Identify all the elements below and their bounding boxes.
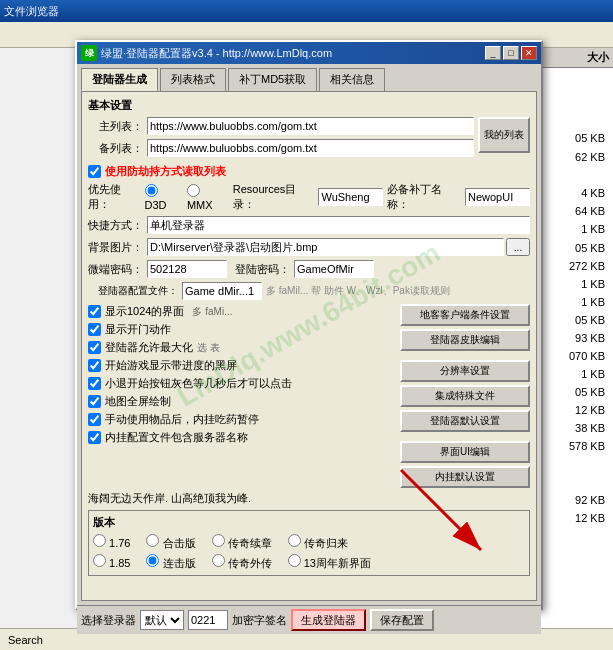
explorer-header: 文件浏览器 bbox=[0, 0, 613, 22]
maximize-button[interactable]: □ bbox=[503, 46, 519, 60]
file-size: 1 KB bbox=[550, 296, 605, 308]
main-list-row: 主列表： bbox=[88, 117, 474, 135]
generate-btn[interactable]: 生成登陆器 bbox=[291, 609, 366, 631]
search-label: Search bbox=[8, 634, 43, 646]
ver-legend-radio[interactable] bbox=[212, 534, 225, 547]
tab-login-gen[interactable]: 登陆器生成 bbox=[81, 68, 158, 91]
right-buttons-col: 地客客户端条件设置 登陆器皮肤编辑 分辨率设置 集成特殊文件 登陆器默认设置 界… bbox=[400, 304, 530, 488]
mmx-radio[interactable] bbox=[187, 184, 200, 197]
bg-image-row: 背景图片： ... bbox=[88, 238, 530, 256]
micro-pwd-input[interactable] bbox=[147, 260, 227, 278]
cb-server[interactable] bbox=[88, 431, 101, 444]
config-file-input[interactable] bbox=[182, 282, 262, 300]
select-login-label: 选择登录器 bbox=[81, 613, 136, 628]
special-files-btn[interactable]: 集成特殊文件 bbox=[400, 385, 530, 407]
file-size: 05 KB bbox=[550, 386, 605, 398]
version-title: 版本 bbox=[93, 515, 525, 530]
explorer-title: 文件浏览器 bbox=[4, 4, 59, 19]
dialog-title: 绿盟·登陆器配置器v3.4 - http://www.LmDlq.com bbox=[101, 46, 332, 61]
prefer-label: 优先使用： bbox=[88, 182, 141, 212]
dialog-tabs: 登陆器生成 列表格式 补丁MD5获取 相关信息 bbox=[77, 64, 541, 91]
file-size: 05 KB bbox=[550, 314, 605, 326]
resources-input[interactable] bbox=[318, 188, 383, 206]
cb-drug[interactable] bbox=[88, 413, 101, 426]
cb-1024-hint: 多 faMi... bbox=[192, 305, 232, 319]
save-config-btn[interactable]: 保存配置 bbox=[370, 609, 434, 631]
micro-pwd-label: 微端密码： bbox=[88, 262, 143, 277]
anti-hijack-checkbox[interactable] bbox=[88, 165, 101, 178]
cb-row-drug: 手动使用物品后，内挂吃药暂停 bbox=[88, 412, 394, 427]
dialog-title-left: 绿 绿盟·登陆器配置器v3.4 - http://www.LmDlq.com bbox=[81, 45, 332, 61]
cb-row-fullscreen: 地图全屏绘制 bbox=[88, 394, 394, 409]
login-pwd-input[interactable] bbox=[294, 260, 374, 278]
config-file-row: 登陆器配置文件： 多 faMil... 帮 助件 W、Wzl、Pak读取规则 bbox=[88, 282, 530, 300]
cb-server-label: 内挂配置文件包含服务器名称 bbox=[105, 430, 248, 445]
file-size: 62 KB bbox=[550, 151, 605, 163]
bottom-bar: 选择登录器 默认 加密字签名 生成登陆器 保存配置 bbox=[77, 605, 541, 634]
cb-1024[interactable] bbox=[88, 305, 101, 318]
bg-image-input[interactable] bbox=[147, 238, 504, 256]
cb-gray[interactable] bbox=[88, 377, 101, 390]
tab-patch-md5[interactable]: 补丁MD5获取 bbox=[228, 68, 317, 91]
version-input[interactable] bbox=[188, 610, 228, 630]
file-size: 1 KB bbox=[550, 368, 605, 380]
titlebar-buttons: _ □ ✕ bbox=[485, 46, 537, 60]
anti-hijack-row: 使用防劫持方式读取列表 bbox=[88, 164, 530, 179]
cb-door[interactable] bbox=[88, 323, 101, 336]
ver-return-radio[interactable] bbox=[288, 534, 301, 547]
cb-drug-label: 手动使用物品后，内挂吃药暂停 bbox=[105, 412, 259, 427]
cb-gray-label: 小退开始按钮灰色等几秒后才可以点击 bbox=[105, 376, 292, 391]
dialog-app-icon: 绿 bbox=[81, 45, 97, 61]
quick-input[interactable] bbox=[147, 216, 530, 234]
bg-image-label: 背景图片： bbox=[88, 240, 143, 255]
skin-edit-btn[interactable]: 登陆器皮肤编辑 bbox=[400, 329, 530, 351]
ver-176-radio[interactable] bbox=[93, 534, 106, 547]
file-size: 578 KB bbox=[550, 440, 605, 452]
patch-name-input[interactable] bbox=[465, 188, 530, 206]
backup-list-row: 备列表： bbox=[88, 139, 474, 157]
ver-185-radio[interactable] bbox=[93, 554, 106, 567]
dialog-titlebar: 绿 绿盟·登陆器配置器v3.4 - http://www.LmDlq.com _… bbox=[77, 42, 541, 64]
cb-row-1024: 显示1024的界面 多 faMi... bbox=[88, 304, 394, 319]
patch-name-label: 必备补丁名称： bbox=[387, 182, 461, 212]
cb-door-label: 显示开门动作 bbox=[105, 322, 171, 337]
resolution-btn[interactable]: 分辨率设置 bbox=[400, 360, 530, 382]
login-select[interactable]: 默认 bbox=[140, 610, 184, 630]
ver-outside-radio[interactable] bbox=[212, 554, 225, 567]
d3d-radio[interactable] bbox=[145, 184, 158, 197]
default-hook-btn[interactable]: 内挂默认设置 bbox=[400, 466, 530, 488]
ver-13year-radio[interactable] bbox=[288, 554, 301, 567]
file-size: 1 KB bbox=[550, 278, 605, 290]
cb-fullscreen[interactable] bbox=[88, 395, 101, 408]
cb-fullscreen-label: 地图全屏绘制 bbox=[105, 394, 171, 409]
quick-row: 快捷方式： bbox=[88, 216, 530, 234]
cb-maxsize-label: 登陆器允许最大化 bbox=[105, 340, 193, 355]
file-size: 38 KB bbox=[550, 422, 605, 434]
file-size: 05 KB bbox=[550, 242, 605, 254]
my-list-button[interactable]: 我的列表 bbox=[478, 117, 530, 153]
tab-list-format[interactable]: 列表格式 bbox=[160, 68, 226, 91]
default-config-btn[interactable]: 登陆器默认设置 bbox=[400, 410, 530, 432]
file-size: 272 KB bbox=[550, 260, 605, 272]
ver-combo-radio[interactable] bbox=[146, 554, 159, 567]
backup-list-label: 备列表： bbox=[88, 141, 143, 156]
client-condition-btn[interactable]: 地客客户端条件设置 bbox=[400, 304, 530, 326]
ver-combined-radio[interactable] bbox=[146, 534, 159, 547]
cb-row-black: 开始游戏显示带进度的黑屏 bbox=[88, 358, 394, 373]
minimize-button[interactable]: _ bbox=[485, 46, 501, 60]
bg-browse-button[interactable]: ... bbox=[506, 238, 530, 256]
ui-edit-btn[interactable]: 界面UI编辑 bbox=[400, 441, 530, 463]
close-button[interactable]: ✕ bbox=[521, 46, 537, 60]
tab-related-info[interactable]: 相关信息 bbox=[319, 68, 385, 91]
options-section: 显示1024的界面 多 faMi... 显示开门动作 登陆器允许最大化 选 表 … bbox=[88, 304, 530, 488]
cb-black[interactable] bbox=[88, 359, 101, 372]
cb-maxsize[interactable] bbox=[88, 341, 101, 354]
col-size: 大小 bbox=[550, 50, 609, 65]
version-rows: 1.76 合击版 传奇续章 传奇归来 1.85 连击版 传奇外传 13周年新界面 bbox=[93, 534, 525, 571]
cb-row-door: 显示开门动作 bbox=[88, 322, 394, 337]
cb-row-server: 内挂配置文件包含服务器名称 bbox=[88, 430, 394, 445]
main-list-label: 主列表： bbox=[88, 119, 143, 134]
backup-list-input[interactable] bbox=[147, 139, 474, 157]
slogan: 海阔无边天作岸. 山高绝顶我为峰. bbox=[88, 491, 530, 506]
main-list-input[interactable] bbox=[147, 117, 474, 135]
